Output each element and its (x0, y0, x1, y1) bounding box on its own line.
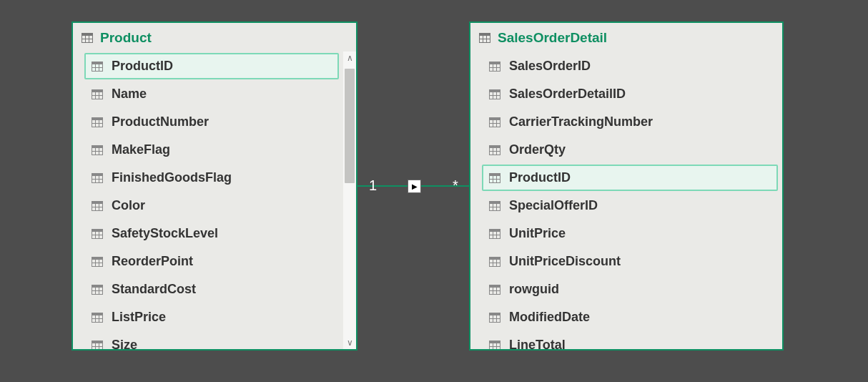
column-label: Name (112, 87, 147, 102)
column-label: SpecialOfferID (509, 198, 598, 213)
svg-rect-81 (490, 117, 500, 120)
scroll-up-icon[interactable]: ∧ (347, 52, 353, 64)
column-icon (489, 145, 500, 155)
svg-rect-51 (92, 313, 103, 315)
column-icon (489, 173, 500, 183)
column-label: CarrierTrackingNumber (509, 114, 653, 129)
svg-rect-96 (490, 201, 500, 204)
svg-rect-66 (480, 34, 490, 36)
relationship-direction-icon[interactable]: ▶ (408, 180, 421, 193)
scrollbar-product[interactable]: ∧ ∨ (343, 52, 356, 349)
column-item[interactable]: ListPrice (84, 304, 339, 330)
column-icon (92, 341, 103, 350)
column-item[interactable]: ProductID (482, 165, 778, 191)
column-item[interactable]: FinishedGoodsFlag (84, 165, 339, 191)
column-label: ProductID (112, 59, 173, 74)
column-label: ListPrice (112, 310, 166, 325)
svg-rect-76 (490, 89, 500, 92)
svg-rect-36 (92, 229, 103, 232)
column-item[interactable]: ProductID (84, 53, 339, 79)
table-salesorderdetail[interactable]: SalesOrderDetail SalesOrderIDSalesOrderD… (469, 21, 784, 351)
column-icon (489, 117, 500, 127)
column-label: Size (112, 338, 137, 349)
column-item[interactable]: MakeFlag (84, 137, 339, 163)
column-icon (92, 89, 103, 99)
column-item[interactable]: SpecialOfferID (482, 192, 778, 219)
column-label: SafetyStockLevel (112, 226, 218, 241)
column-list-salesorderdetail: SalesOrderIDSalesOrderDetailIDCarrierTra… (470, 52, 782, 349)
column-label: MakeFlag (112, 142, 170, 157)
column-item[interactable]: UnitPrice (482, 220, 778, 247)
column-item[interactable]: SalesOrderDetailID (482, 81, 778, 107)
column-item[interactable]: SalesOrderID (482, 53, 778, 79)
column-item[interactable]: ProductNumber (84, 109, 339, 135)
column-label: FinishedGoodsFlag (112, 170, 232, 185)
column-label: Color (112, 198, 145, 213)
svg-rect-11 (92, 89, 103, 92)
cardinality-right-label: * (453, 177, 458, 194)
column-label: SalesOrderID (509, 59, 591, 74)
column-item[interactable]: ReorderPoint (84, 248, 339, 275)
svg-rect-121 (490, 341, 500, 343)
column-icon (92, 145, 103, 155)
column-icon (92, 285, 103, 295)
cardinality-left-label: 1 (369, 177, 377, 194)
svg-rect-56 (92, 341, 103, 343)
column-icon (92, 62, 103, 72)
svg-rect-86 (490, 145, 500, 148)
column-item[interactable]: LineTotal (482, 332, 778, 349)
column-item[interactable]: rowguid (482, 276, 778, 303)
svg-rect-41 (92, 257, 103, 260)
svg-rect-106 (490, 257, 500, 260)
table-icon (82, 33, 93, 43)
svg-rect-71 (490, 62, 500, 64)
column-item[interactable]: Color (84, 192, 339, 219)
column-icon (92, 201, 103, 211)
column-label: ProductNumber (112, 114, 209, 129)
column-item[interactable]: UnitPriceDiscount (482, 248, 778, 275)
column-icon (489, 341, 500, 350)
svg-rect-31 (92, 201, 103, 204)
column-item[interactable]: SafetyStockLevel (84, 220, 339, 247)
svg-rect-116 (490, 313, 500, 315)
column-item[interactable]: Size (84, 332, 339, 349)
column-item[interactable]: ModifiedDate (482, 304, 778, 330)
column-item[interactable]: StandardCost (84, 276, 339, 303)
column-item[interactable]: OrderQty (482, 137, 778, 163)
column-icon (92, 173, 103, 183)
table-header-product: Product (73, 23, 356, 52)
column-label: SalesOrderDetailID (509, 87, 626, 102)
table-title-salesorderdetail: SalesOrderDetail (498, 30, 607, 46)
column-icon (92, 257, 103, 267)
column-label: OrderQty (509, 142, 566, 157)
column-label: ReorderPoint (112, 254, 193, 269)
column-icon (489, 201, 500, 211)
column-label: ProductID (509, 170, 571, 185)
svg-rect-21 (92, 145, 103, 148)
column-icon (489, 313, 500, 323)
table-icon (479, 33, 490, 43)
column-label: UnitPrice (509, 226, 566, 241)
svg-rect-6 (92, 62, 103, 64)
svg-rect-16 (92, 117, 103, 120)
column-label: ModifiedDate (509, 310, 590, 325)
column-label: rowguid (509, 282, 559, 297)
column-label: StandardCost (112, 282, 196, 297)
column-item[interactable]: CarrierTrackingNumber (482, 109, 778, 135)
column-item[interactable]: Name (84, 81, 339, 107)
table-title-product: Product (100, 30, 152, 46)
column-icon (489, 62, 500, 72)
svg-rect-46 (92, 285, 103, 288)
svg-rect-1 (82, 34, 93, 36)
svg-rect-101 (490, 229, 500, 232)
svg-rect-111 (490, 285, 500, 288)
column-icon (489, 257, 500, 267)
scroll-thumb[interactable] (345, 69, 355, 183)
column-icon (489, 285, 500, 295)
table-product[interactable]: Product ProductIDNameProductNumberMakeFl… (71, 21, 357, 351)
svg-rect-26 (92, 173, 103, 176)
column-icon (92, 229, 103, 239)
column-list-product: ProductIDNameProductNumberMakeFlagFinish… (73, 52, 343, 349)
column-label: LineTotal (509, 338, 566, 349)
scroll-down-icon[interactable]: ∨ (347, 336, 353, 349)
